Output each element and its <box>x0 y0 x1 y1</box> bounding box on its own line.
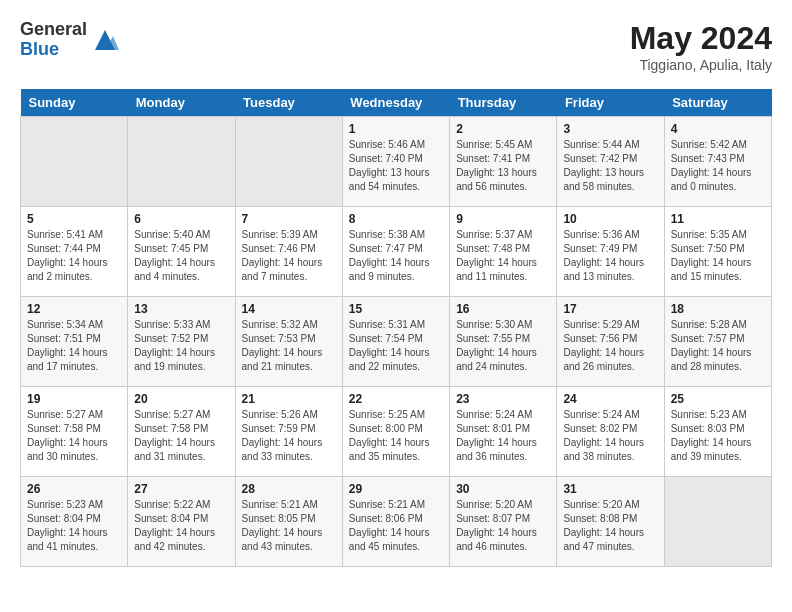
day-info: Sunrise: 5:41 AM Sunset: 7:44 PM Dayligh… <box>27 228 121 284</box>
calendar-day-cell: 2Sunrise: 5:45 AM Sunset: 7:41 PM Daylig… <box>450 117 557 207</box>
day-info: Sunrise: 5:35 AM Sunset: 7:50 PM Dayligh… <box>671 228 765 284</box>
day-info: Sunrise: 5:30 AM Sunset: 7:55 PM Dayligh… <box>456 318 550 374</box>
calendar-day-cell: 25Sunrise: 5:23 AM Sunset: 8:03 PM Dayli… <box>664 387 771 477</box>
calendar-day-cell: 14Sunrise: 5:32 AM Sunset: 7:53 PM Dayli… <box>235 297 342 387</box>
calendar-day-cell: 13Sunrise: 5:33 AM Sunset: 7:52 PM Dayli… <box>128 297 235 387</box>
calendar-day-cell: 28Sunrise: 5:21 AM Sunset: 8:05 PM Dayli… <box>235 477 342 567</box>
calendar-day-cell: 15Sunrise: 5:31 AM Sunset: 7:54 PM Dayli… <box>342 297 449 387</box>
day-info: Sunrise: 5:27 AM Sunset: 7:58 PM Dayligh… <box>27 408 121 464</box>
calendar-day-cell <box>21 117 128 207</box>
calendar-week-row: 19Sunrise: 5:27 AM Sunset: 7:58 PM Dayli… <box>21 387 772 477</box>
logo: General Blue <box>20 20 119 60</box>
location: Tiggiano, Apulia, Italy <box>630 57 772 73</box>
day-info: Sunrise: 5:32 AM Sunset: 7:53 PM Dayligh… <box>242 318 336 374</box>
calendar-day-cell: 31Sunrise: 5:20 AM Sunset: 8:08 PM Dayli… <box>557 477 664 567</box>
day-number: 13 <box>134 302 228 316</box>
day-number: 23 <box>456 392 550 406</box>
day-info: Sunrise: 5:21 AM Sunset: 8:06 PM Dayligh… <box>349 498 443 554</box>
day-info: Sunrise: 5:39 AM Sunset: 7:46 PM Dayligh… <box>242 228 336 284</box>
day-number: 5 <box>27 212 121 226</box>
day-number: 21 <box>242 392 336 406</box>
day-number: 12 <box>27 302 121 316</box>
calendar-day-cell: 27Sunrise: 5:22 AM Sunset: 8:04 PM Dayli… <box>128 477 235 567</box>
day-info: Sunrise: 5:20 AM Sunset: 8:08 PM Dayligh… <box>563 498 657 554</box>
calendar-day-cell: 4Sunrise: 5:42 AM Sunset: 7:43 PM Daylig… <box>664 117 771 207</box>
calendar-day-cell: 6Sunrise: 5:40 AM Sunset: 7:45 PM Daylig… <box>128 207 235 297</box>
logo-general-text: General <box>20 20 87 40</box>
calendar-day-cell: 12Sunrise: 5:34 AM Sunset: 7:51 PM Dayli… <box>21 297 128 387</box>
day-number: 15 <box>349 302 443 316</box>
day-number: 6 <box>134 212 228 226</box>
calendar-week-row: 1Sunrise: 5:46 AM Sunset: 7:40 PM Daylig… <box>21 117 772 207</box>
calendar-header-row: SundayMondayTuesdayWednesdayThursdayFrid… <box>21 89 772 117</box>
day-number: 9 <box>456 212 550 226</box>
calendar-day-cell: 1Sunrise: 5:46 AM Sunset: 7:40 PM Daylig… <box>342 117 449 207</box>
calendar-day-cell <box>664 477 771 567</box>
day-number: 24 <box>563 392 657 406</box>
day-number: 29 <box>349 482 443 496</box>
column-header-thursday: Thursday <box>450 89 557 117</box>
calendar-day-cell: 23Sunrise: 5:24 AM Sunset: 8:01 PM Dayli… <box>450 387 557 477</box>
day-info: Sunrise: 5:28 AM Sunset: 7:57 PM Dayligh… <box>671 318 765 374</box>
calendar-day-cell: 26Sunrise: 5:23 AM Sunset: 8:04 PM Dayli… <box>21 477 128 567</box>
day-number: 1 <box>349 122 443 136</box>
day-info: Sunrise: 5:38 AM Sunset: 7:47 PM Dayligh… <box>349 228 443 284</box>
day-info: Sunrise: 5:25 AM Sunset: 8:00 PM Dayligh… <box>349 408 443 464</box>
calendar-table: SundayMondayTuesdayWednesdayThursdayFrid… <box>20 89 772 567</box>
day-number: 26 <box>27 482 121 496</box>
day-info: Sunrise: 5:24 AM Sunset: 8:02 PM Dayligh… <box>563 408 657 464</box>
month-title: May 2024 <box>630 20 772 57</box>
calendar-day-cell: 21Sunrise: 5:26 AM Sunset: 7:59 PM Dayli… <box>235 387 342 477</box>
calendar-day-cell: 10Sunrise: 5:36 AM Sunset: 7:49 PM Dayli… <box>557 207 664 297</box>
day-number: 30 <box>456 482 550 496</box>
logo-blue-text: Blue <box>20 40 87 60</box>
day-number: 11 <box>671 212 765 226</box>
day-info: Sunrise: 5:23 AM Sunset: 8:03 PM Dayligh… <box>671 408 765 464</box>
day-info: Sunrise: 5:31 AM Sunset: 7:54 PM Dayligh… <box>349 318 443 374</box>
column-header-tuesday: Tuesday <box>235 89 342 117</box>
calendar-day-cell: 22Sunrise: 5:25 AM Sunset: 8:00 PM Dayli… <box>342 387 449 477</box>
day-info: Sunrise: 5:33 AM Sunset: 7:52 PM Dayligh… <box>134 318 228 374</box>
calendar-day-cell: 7Sunrise: 5:39 AM Sunset: 7:46 PM Daylig… <box>235 207 342 297</box>
day-info: Sunrise: 5:26 AM Sunset: 7:59 PM Dayligh… <box>242 408 336 464</box>
day-number: 28 <box>242 482 336 496</box>
column-header-sunday: Sunday <box>21 89 128 117</box>
day-info: Sunrise: 5:20 AM Sunset: 8:07 PM Dayligh… <box>456 498 550 554</box>
day-info: Sunrise: 5:21 AM Sunset: 8:05 PM Dayligh… <box>242 498 336 554</box>
calendar-day-cell: 16Sunrise: 5:30 AM Sunset: 7:55 PM Dayli… <box>450 297 557 387</box>
calendar-day-cell: 19Sunrise: 5:27 AM Sunset: 7:58 PM Dayli… <box>21 387 128 477</box>
calendar-day-cell: 17Sunrise: 5:29 AM Sunset: 7:56 PM Dayli… <box>557 297 664 387</box>
day-number: 22 <box>349 392 443 406</box>
column-header-wednesday: Wednesday <box>342 89 449 117</box>
day-number: 7 <box>242 212 336 226</box>
day-info: Sunrise: 5:24 AM Sunset: 8:01 PM Dayligh… <box>456 408 550 464</box>
logo-icon <box>91 26 119 54</box>
column-header-saturday: Saturday <box>664 89 771 117</box>
day-info: Sunrise: 5:23 AM Sunset: 8:04 PM Dayligh… <box>27 498 121 554</box>
day-number: 27 <box>134 482 228 496</box>
day-number: 17 <box>563 302 657 316</box>
calendar-day-cell: 9Sunrise: 5:37 AM Sunset: 7:48 PM Daylig… <box>450 207 557 297</box>
calendar-day-cell <box>128 117 235 207</box>
calendar-day-cell: 11Sunrise: 5:35 AM Sunset: 7:50 PM Dayli… <box>664 207 771 297</box>
day-info: Sunrise: 5:42 AM Sunset: 7:43 PM Dayligh… <box>671 138 765 194</box>
day-number: 25 <box>671 392 765 406</box>
day-info: Sunrise: 5:22 AM Sunset: 8:04 PM Dayligh… <box>134 498 228 554</box>
day-number: 8 <box>349 212 443 226</box>
day-info: Sunrise: 5:46 AM Sunset: 7:40 PM Dayligh… <box>349 138 443 194</box>
day-info: Sunrise: 5:45 AM Sunset: 7:41 PM Dayligh… <box>456 138 550 194</box>
day-number: 31 <box>563 482 657 496</box>
day-number: 19 <box>27 392 121 406</box>
calendar-day-cell: 30Sunrise: 5:20 AM Sunset: 8:07 PM Dayli… <box>450 477 557 567</box>
day-info: Sunrise: 5:36 AM Sunset: 7:49 PM Dayligh… <box>563 228 657 284</box>
calendar-day-cell: 3Sunrise: 5:44 AM Sunset: 7:42 PM Daylig… <box>557 117 664 207</box>
day-info: Sunrise: 5:27 AM Sunset: 7:58 PM Dayligh… <box>134 408 228 464</box>
column-header-monday: Monday <box>128 89 235 117</box>
calendar-week-row: 12Sunrise: 5:34 AM Sunset: 7:51 PM Dayli… <box>21 297 772 387</box>
calendar-week-row: 26Sunrise: 5:23 AM Sunset: 8:04 PM Dayli… <box>21 477 772 567</box>
calendar-day-cell: 20Sunrise: 5:27 AM Sunset: 7:58 PM Dayli… <box>128 387 235 477</box>
calendar-day-cell: 18Sunrise: 5:28 AM Sunset: 7:57 PM Dayli… <box>664 297 771 387</box>
page-header: General Blue May 2024 Tiggiano, Apulia, … <box>20 20 772 73</box>
calendar-day-cell: 5Sunrise: 5:41 AM Sunset: 7:44 PM Daylig… <box>21 207 128 297</box>
day-number: 2 <box>456 122 550 136</box>
